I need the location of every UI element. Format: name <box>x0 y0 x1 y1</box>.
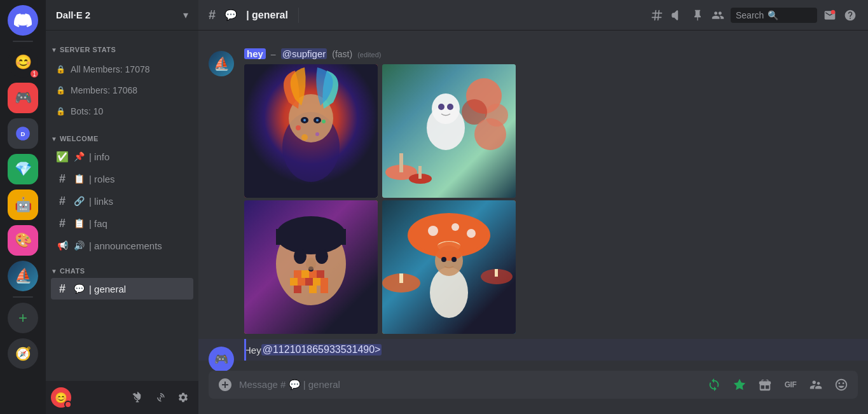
channel-item-general[interactable]: # 💬 | general <box>51 278 193 300</box>
svg-point-6 <box>296 125 301 130</box>
channel-item-roles[interactable]: # 📋 | roles <box>51 168 193 190</box>
category-welcome[interactable]: ▼ WELCOME <box>46 125 198 145</box>
server-icon-3[interactable]: 💎 <box>8 154 38 184</box>
svg-point-56 <box>467 229 476 238</box>
notification-badge-1: 1 <box>29 69 39 79</box>
server-icon-1[interactable]: 😊 1 <box>8 47 38 78</box>
search-bar[interactable]: Search 🔍 <box>731 8 817 23</box>
hashtag-icon-btn[interactable] <box>649 8 665 23</box>
header-divider <box>298 8 299 23</box>
gift-icon-btn[interactable] <box>754 373 776 396</box>
message-input-field[interactable]: Message # 💬 | general <box>237 373 703 397</box>
inbox-btn[interactable] <box>822 8 837 23</box>
svg-rect-30 <box>276 229 346 245</box>
settings-button[interactable] <box>173 387 193 408</box>
user-avatar: 😊 <box>51 387 71 408</box>
category-arrow-chats: ▼ <box>51 268 57 275</box>
svg-rect-49 <box>399 273 403 283</box>
category-label-stats: SERVER STATS <box>60 46 116 53</box>
svg-rect-36 <box>317 270 324 278</box>
image-grid-1 <box>244 64 518 334</box>
channel-item-faq[interactable]: # 📋 | faq <box>51 212 193 234</box>
stat-bots: 🔒 Bots: 10 <box>51 101 193 121</box>
message-accent-bar <box>244 339 246 361</box>
channel-item-info[interactable]: ✅ 📌 | info <box>51 146 193 167</box>
svg-rect-33 <box>294 270 301 278</box>
message-avatar-1: ⛵ <box>209 51 234 76</box>
announce-icon: 📢 <box>56 240 69 251</box>
next-msg-content: Hey @112101865933531490> <box>244 344 858 355</box>
deafen-button[interactable] <box>150 387 170 408</box>
server-icon-4[interactable]: 🤖 <box>8 190 38 220</box>
channel-item-links[interactable]: # 🔗 | links <box>51 190 193 212</box>
channel-name-info: | info <box>89 151 109 162</box>
stat-all-members: 🔒 All Members: 17078 <box>51 59 193 79</box>
emoji-picker-btn[interactable] <box>830 373 853 396</box>
boost-icon-btn[interactable] <box>703 373 726 396</box>
ai-image-1[interactable] <box>244 64 378 198</box>
message-author-1[interactable]: hey <box>244 48 266 59</box>
message-edited-label: (edited) <box>357 51 381 59</box>
stat-all-members-label: All Members: 17078 <box>71 64 150 74</box>
channel-name-announcements: | announcements <box>89 240 162 251</box>
gif-btn[interactable]: GIF <box>779 373 802 396</box>
chat-icon-general: 💬 <box>72 284 85 294</box>
pin-messages-btn[interactable] <box>690 8 705 23</box>
main-content: # 💬 | general <box>198 0 868 414</box>
server-icon-sail[interactable]: ⛵ <box>8 261 38 291</box>
svg-point-8 <box>301 134 308 141</box>
svg-point-22 <box>447 104 453 110</box>
next-msg-text-start: Hey <box>244 345 261 355</box>
server-icon-5[interactable]: 🎨 <box>8 225 38 256</box>
mute-mic-button[interactable] <box>127 387 148 408</box>
svg-rect-41 <box>320 278 328 286</box>
lock-icon-bots: 🔒 <box>56 107 65 116</box>
server-name: Dall·E 2 <box>56 10 90 20</box>
channel-item-announcements[interactable]: 📢 🔊 | announcements <box>51 235 193 256</box>
svg-point-55 <box>451 223 459 231</box>
stat-bots-label: Bots: 10 <box>71 106 103 116</box>
add-attachment-button[interactable] <box>214 373 237 396</box>
svg-rect-24 <box>399 153 403 172</box>
category-label-welcome: WELCOME <box>60 135 99 142</box>
category-server-stats[interactable]: ▼ SERVER STATS <box>46 36 198 56</box>
speaker-icon: 🔊 <box>72 240 85 251</box>
server-icon-home[interactable] <box>8 5 38 36</box>
message-mention-1[interactable]: @supfiger <box>281 48 327 59</box>
discover-servers-button[interactable]: 🧭 <box>8 338 38 369</box>
server-sidebar: 😊 1 🎮 D 💎 🤖 🎨 ⛵ + 🧭 <box>0 0 46 414</box>
channel-name-links: | links <box>89 196 113 207</box>
server-icon-dalle2[interactable]: D <box>8 118 38 149</box>
apps-icon-btn[interactable] <box>804 373 827 396</box>
header-actions: Search 🔍 <box>649 8 858 23</box>
svg-point-21 <box>438 104 444 110</box>
category-chats[interactable]: ▼ CHATS <box>46 257 198 277</box>
mute-channel-btn[interactable] <box>670 8 685 23</box>
checkbox-icon-info: ✅ <box>56 151 69 163</box>
ai-image-4[interactable] <box>382 200 516 334</box>
svg-rect-42 <box>294 286 301 293</box>
members-list-btn[interactable] <box>710 8 726 23</box>
ai-image-2[interactable] <box>382 64 516 198</box>
svg-rect-44 <box>320 286 328 293</box>
server-header[interactable]: Dall·E 2 ▾ <box>46 0 198 31</box>
svg-point-12 <box>303 119 306 121</box>
second-action-btn[interactable] <box>728 373 751 396</box>
hash-icon-general: # <box>56 282 69 296</box>
server-icon-2[interactable]: 🎮 <box>8 83 38 113</box>
category-arrow-stats: ▼ <box>51 46 57 53</box>
add-server-button[interactable]: + <box>8 303 38 333</box>
help-btn[interactable] <box>843 8 858 23</box>
hash-icon-roles: # <box>56 172 69 186</box>
channel-sidebar: Dall·E 2 ▾ ▼ SERVER STATS 🔒 All Members:… <box>46 0 198 414</box>
category-label-chats: CHATS <box>60 267 85 275</box>
lock-icon-members: 🔒 <box>56 86 65 95</box>
search-icon: 🔍 <box>768 10 778 20</box>
ai-image-3[interactable] <box>244 200 378 334</box>
svg-rect-40 <box>313 278 320 286</box>
server-stats-section: 🔒 All Members: 17078 🔒 Members: 17068 🔒 … <box>46 56 198 125</box>
svg-point-62 <box>451 257 457 262</box>
messages-area[interactable]: ⛵ hey – @supfiger (fast) (edited) <box>198 31 868 371</box>
message-dash-1: – <box>271 49 276 59</box>
next-msg-mention[interactable]: @112101865933531490> <box>261 344 382 355</box>
